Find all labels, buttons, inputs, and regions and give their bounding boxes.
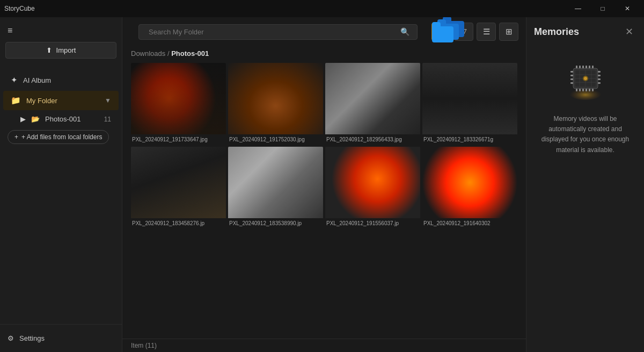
photo-label: PXL_20240912_183538990.jp (228, 218, 323, 228)
photo-thumbnail (422, 63, 517, 134)
titlebar-left: StoryCube (4, 5, 35, 12)
minimize-button[interactable]: — (566, 0, 590, 17)
memories-close-button[interactable]: ✕ (622, 25, 636, 39)
grid-button[interactable]: ⊞ (499, 23, 518, 41)
chevron-down-icon: ▼ (105, 97, 111, 104)
settings-item[interactable]: ⚙ Settings (8, 330, 114, 347)
sidebar-top: ≡ ⬆ Import (0, 17, 122, 65)
sidebar-sub-item-photos-001[interactable]: ▶ 📂 Photos-001 11 (3, 111, 119, 127)
svg-point-0 (569, 87, 602, 100)
add-files-label: + Add files from local folders (21, 133, 102, 141)
photo-item[interactable]: PXL_20240912_183538990.jp (228, 147, 323, 228)
photo-label: PXL_20240912_183326671g (422, 134, 517, 145)
item-count: 11 (104, 116, 111, 123)
expand-icon: ▶ (20, 115, 26, 123)
svg-rect-10 (579, 66, 581, 68)
import-icon: ⬆ (46, 46, 52, 54)
svg-rect-20 (592, 89, 594, 91)
memories-title: Memories (534, 26, 579, 38)
photo-item[interactable]: PXL_20240912_191733647.jpg (131, 63, 226, 145)
stacked-folders-icon (432, 18, 450, 45)
search-button[interactable]: 🔍 (398, 25, 412, 38)
sidebar-bottom: ⚙ Settings (0, 324, 122, 352)
photo-label: PXL_20240912_183458276.jp (131, 218, 226, 228)
layout-icon: ☰ (483, 27, 490, 37)
memories-toggle-button[interactable] (431, 23, 451, 41)
photo-thumbnail (325, 63, 420, 134)
photo-thumbnail (131, 63, 226, 134)
titlebar-controls: — □ ✕ (566, 0, 640, 17)
status-bar: Item (11) (122, 339, 526, 352)
sidebar-item-ai-album[interactable]: ✦ AI Album (3, 70, 119, 90)
photo-item[interactable]: PXL_20240912_183326671g (422, 63, 517, 145)
svg-rect-11 (582, 66, 584, 68)
sidebar-item-my-folder[interactable]: 📁 My Folder ▼ (3, 91, 119, 110)
plus-icon: + (14, 133, 18, 141)
photo-item[interactable]: PXL_20240912_191640302 (422, 147, 517, 228)
sidebar-item-label: AI Album (23, 76, 111, 84)
memories-header: Memories ✕ (526, 17, 644, 44)
import-button[interactable]: ⬆ Import (5, 42, 116, 59)
photo-item[interactable]: PXL_20240912_191752030.jpg (228, 63, 323, 145)
photo-item[interactable]: PXL_20240912_191556037.jp (325, 147, 420, 228)
photo-item[interactable]: PXL_20240912_183458276.jp (131, 147, 226, 228)
svg-rect-15 (576, 89, 577, 91)
memories-description: Memory videos will be automatically crea… (526, 109, 644, 166)
photo-label: PXL_20240912_191640302 (422, 218, 517, 228)
memories-panel: Memories ✕ (526, 17, 644, 352)
grid-icon: ⊞ (506, 27, 513, 37)
toolbar: 🔍 ▽ ☰ (122, 17, 526, 46)
svg-rect-17 (582, 89, 584, 91)
svg-rect-14 (592, 66, 594, 68)
svg-rect-13 (589, 66, 590, 68)
sub-item-label: Photos-001 (45, 115, 81, 123)
svg-rect-23 (570, 78, 573, 80)
close-button[interactable]: ✕ (615, 0, 640, 17)
photo-item[interactable]: PXL_20240912_182956433.jpg (325, 63, 420, 145)
photo-label: PXL_20240912_191556037.jp (325, 218, 420, 228)
svg-rect-21 (570, 71, 573, 73)
content-area: 🔍 ▽ ☰ (122, 17, 526, 352)
photo-grid: PXL_20240912_191733647.jpg PXL_20240912_… (131, 63, 517, 228)
svg-rect-24 (570, 82, 573, 84)
photo-thumbnail (325, 147, 420, 218)
hamburger-button[interactable]: ≡ (5, 24, 14, 38)
import-label: Import (56, 46, 76, 54)
toolbar-actions: ▽ ☰ ⊞ (431, 23, 518, 41)
titlebar: StoryCube — □ ✕ (0, 0, 644, 17)
photo-thumbnail (228, 147, 323, 218)
svg-rect-16 (579, 89, 581, 91)
photo-thumbnail (228, 63, 323, 134)
memories-icon-area (526, 44, 644, 109)
svg-rect-27 (598, 78, 601, 80)
photo-thumbnail (131, 147, 226, 218)
layout-button[interactable]: ☰ (477, 23, 496, 41)
sidebar-item-label: My Folder (26, 97, 99, 105)
breadcrumb: Downloads / Photos-001 (122, 46, 526, 63)
breadcrumb-current: Photos-001 (171, 49, 209, 58)
svg-rect-22 (570, 75, 573, 76)
photo-label: PXL_20240912_191733647.jpg (131, 134, 226, 145)
maximize-button[interactable]: □ (590, 0, 615, 17)
chip-icon (561, 55, 610, 103)
svg-rect-9 (576, 66, 577, 68)
sidebar: ≡ ⬆ Import ✦ AI Album 📁 My Folder ▼ ▶ 📂 … (0, 17, 122, 352)
photo-label: PXL_20240912_191752030.jpg (228, 134, 323, 145)
app-title: StoryCube (4, 5, 35, 12)
svg-rect-25 (598, 71, 601, 73)
add-files-button[interactable]: + + Add files from local folders (8, 130, 109, 144)
status-text: Item (11) (131, 342, 157, 349)
svg-rect-12 (586, 66, 587, 68)
photo-thumbnail (422, 147, 517, 218)
breadcrumb-parent[interactable]: Downloads (131, 49, 165, 58)
svg-rect-18 (586, 89, 587, 91)
search-input[interactable] (144, 25, 398, 39)
settings-label: Settings (19, 334, 45, 342)
svg-rect-19 (589, 89, 590, 91)
folder-icon: 📁 (11, 96, 21, 105)
photo-label: PXL_20240912_182956433.jpg (325, 134, 420, 145)
svg-point-30 (584, 77, 587, 80)
photo-grid-container[interactable]: PXL_20240912_191733647.jpg PXL_20240912_… (122, 63, 526, 339)
svg-rect-28 (598, 82, 601, 84)
settings-icon: ⚙ (8, 334, 14, 342)
